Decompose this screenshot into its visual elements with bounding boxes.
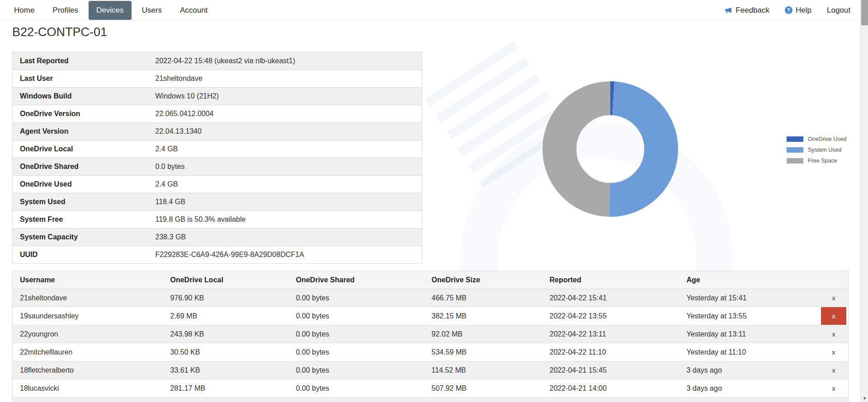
detail-value: 2.4 GB [148,176,422,193]
detail-row: Last User 21sheltondave [13,70,422,88]
remove-user-button[interactable]: x [821,361,846,379]
legend-row: OneDrive Used [787,136,846,142]
help-label: Help [796,6,811,15]
col-reported: Reported [542,271,679,289]
cell-onedrive-local: 29.46 KB [163,397,289,402]
cell-reported: 2022-04-21 15:45 [542,361,679,379]
cell-onedrive-shared: 0.00 bytes [289,397,425,402]
cell-onedrive-local: 2.69 MB [163,307,289,325]
cell-username: 21sheltondave [13,289,163,307]
scrollbar-thumb[interactable] [861,0,868,25]
cell-onedrive-size: 507.92 MB [425,379,542,397]
nav-utility: Feedback ? Help Logout [725,6,850,15]
cell-age: Yesterday at 11:10 [679,343,814,361]
detail-label: System Capacity [13,229,148,246]
scrollbar-down-arrow[interactable]: ▼ [861,394,868,402]
cell-reported: 2022-04-22 15:41 [542,289,679,307]
detail-label: UUID [13,246,148,264]
detail-label: OneDrive Used [13,176,148,193]
remove-user-button[interactable]: x [821,307,846,325]
cell-onedrive-size: 466.75 MB [425,289,542,307]
cell-age: 3 days ago [679,379,814,397]
cell-onedrive-shared: 0.00 bytes [289,361,425,379]
detail-value: 22.065.0412.0004 [148,105,422,123]
question-icon: ? [785,6,793,14]
cell-age: Yesterday at 13:11 [679,325,814,343]
cell-username: 22youngron [13,325,163,343]
logout-link[interactable]: Logout [827,6,850,15]
detail-label: OneDrive Shared [13,158,148,176]
page-title: B22-CONTPC-01 [12,25,107,39]
users-table-header: Username OneDrive Local OneDrive Shared … [13,271,849,289]
nav-item[interactable]: Users [134,1,170,20]
remove-user-button[interactable]: x [821,289,846,307]
legend-row: Free Space [787,158,846,164]
detail-row: System Used 118.4 GB [13,193,422,211]
detail-value: Windows 10 (21H2) [148,88,422,105]
cell-onedrive-shared: 0.00 bytes [289,325,425,343]
detail-label: OneDrive Version [13,105,148,123]
detail-label: Last Reported [13,52,148,70]
cell-age: 3 days ago [679,397,814,402]
user-row: 22youngron 243.98 KB 0.00 bytes 92.02 MB… [13,325,849,343]
cell-onedrive-local: 243.98 KB [163,325,289,343]
cell-action: x [814,307,849,325]
cell-onedrive-local: 33.61 KB [163,361,289,379]
user-row: 18lucasvicki 281.17 MB 0.00 bytes 507.92… [13,379,849,397]
detail-value: 2022-04-22 15:48 (ukeast2 via nlb-ukeast… [148,52,422,70]
remove-user-button[interactable]: x [821,379,846,397]
col-age: Age [679,271,814,289]
device-details-table: Last Reported 2022-04-22 15:48 (ukeast2 … [12,52,422,264]
detail-row: OneDrive Version 22.065.0412.0004 [13,105,422,123]
cell-username: 18lucasvicki [13,379,163,397]
user-row: 18lucastyler 29.46 KB 0.00 bytes 142.59 … [13,397,849,402]
detail-value: F229283E-C6A9-426A-99E9-8A29D08DCF1A [148,246,422,264]
cell-username: 22mitchelllauren [13,343,163,361]
remove-user-button[interactable]: x [821,343,846,361]
nav-item[interactable]: Account [172,1,215,20]
logout-label: Logout [827,6,850,15]
cell-reported: 2022-04-22 13:11 [542,325,679,343]
cell-onedrive-shared: 0.00 bytes [289,307,425,325]
detail-label: System Free [13,211,148,229]
top-nav: Home Profiles Devices Users Account Feed… [0,0,860,21]
remove-user-button[interactable]: x [821,325,846,343]
detail-row: OneDrive Shared 0.0 bytes [13,158,422,176]
detail-label: Agent Version [13,123,148,140]
user-row: 18fletcheralberto 33.61 KB 0.00 bytes 11… [13,361,849,379]
megaphone-icon [725,6,732,14]
detail-label: Windows Build [13,88,148,105]
cell-action: x [814,397,849,402]
detail-label: OneDrive Local [13,140,148,158]
cell-onedrive-size: 114.52 MB [425,361,542,379]
nav-item[interactable]: Home [6,1,42,20]
col-actions [814,271,849,289]
help-link[interactable]: ? Help [785,6,811,15]
legend-label: System Used [808,147,841,153]
feedback-link[interactable]: Feedback [725,6,769,15]
cell-age: Yesterday at 15:41 [679,289,814,307]
detail-value: 21sheltondave [148,70,422,88]
detail-row: OneDrive Local 2.4 GB [13,140,422,158]
remove-user-button[interactable]: x [821,397,846,402]
cell-onedrive-shared: 0.00 bytes [289,379,425,397]
cell-username: 18lucastyler [13,397,163,402]
cell-action: x [814,289,849,307]
device-detail-page: Home Profiles Devices Users Account Feed… [0,0,868,402]
page-scrollbar[interactable]: ▼ [860,0,868,402]
cell-action: x [814,379,849,397]
cell-reported: 2022-04-22 13:55 [542,307,679,325]
detail-row: Last Reported 2022-04-22 15:48 (ukeast2 … [13,52,422,70]
cell-age: Yesterday at 13:55 [679,307,814,325]
cell-action: x [814,343,849,361]
user-row: 22mitchelllauren 30.50 KB 0.00 bytes 534… [13,343,849,361]
legend-label: OneDrive Used [808,136,846,142]
cell-onedrive-local: 281.17 MB [163,379,289,397]
nav-item[interactable]: Devices [89,1,131,20]
cell-onedrive-size: 382.15 MB [425,307,542,325]
col-onedrive-size: OneDrive Size [425,271,542,289]
cell-onedrive-size: 142.59 MB [425,397,542,402]
detail-value: 119.8 GB is 50.3% available [148,211,422,229]
nav-item[interactable]: Profiles [45,1,86,20]
storage-donut-chart [542,81,678,217]
